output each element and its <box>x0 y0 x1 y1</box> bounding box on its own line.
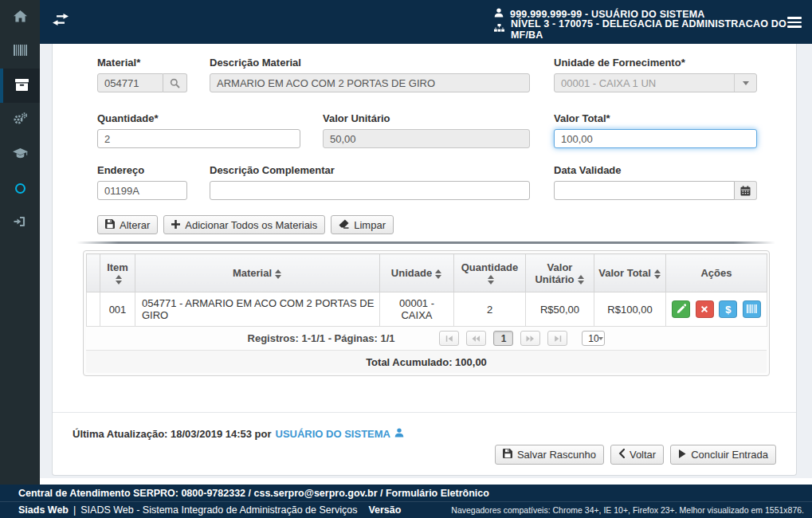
menu-icon[interactable] <box>787 17 802 30</box>
valor-unitario-input <box>323 129 530 148</box>
row-actions-cell: $ <box>666 292 767 327</box>
sort-icon <box>488 275 495 285</box>
swap-arrows-icon[interactable] <box>53 14 69 28</box>
page-1-button[interactable]: 1 <box>493 331 513 346</box>
row-quantidade-cell: 2 <box>454 292 526 327</box>
sort-icon <box>435 269 442 279</box>
concluir-entrada-button[interactable]: Concluir Entrada <box>670 445 776 465</box>
eraser-icon <box>339 219 349 231</box>
data-validade-label: Data Validade <box>554 164 757 176</box>
data-validade-input[interactable] <box>554 181 735 200</box>
last-update-text: Última Atualização: 18/03/2019 14:53 por <box>73 428 272 440</box>
material-label: Material* <box>97 57 187 69</box>
calendar-icon[interactable] <box>735 181 757 200</box>
barcode-icon <box>747 304 757 316</box>
value-row-button[interactable]: $ <box>719 300 737 318</box>
salvar-rascunho-label: Salvar Rascunho <box>517 449 596 461</box>
archive-box-icon <box>15 79 29 93</box>
header-org-text: NÍVEL 3 - 170075 - DELEGACIA DE ADMINIST… <box>511 18 812 41</box>
user-link[interactable]: USUÁRIO DO SISTEMA <box>276 428 390 440</box>
voltar-button[interactable]: Voltar <box>610 445 664 465</box>
alterar-button-label: Alterar <box>120 219 150 231</box>
descricao-complementar-input[interactable] <box>210 181 530 200</box>
home-icon <box>14 10 27 25</box>
rows-per-page-value: 10 <box>588 333 598 344</box>
graduation-cap-icon <box>13 148 28 161</box>
table-header-row: Item Material Unidade Quantidade Valor U… <box>87 254 767 292</box>
voltar-label: Voltar <box>630 449 656 461</box>
sidebar-item-warehouse[interactable] <box>0 69 40 103</box>
alterar-button[interactable]: Alterar <box>97 215 158 234</box>
materials-datatable: Item Material Unidade Quantidade Valor U… <box>83 250 770 376</box>
header-user-block: 999.999.999-99 - USUÁRIO DO SISTEMA NÍVE… <box>494 6 812 37</box>
valor-total-column-header[interactable]: Valor Total <box>594 254 666 292</box>
table-row: 001 054771 - ARMARIO EM ACO COM 2 PORTAS… <box>87 292 767 327</box>
descricao-material-field-group: Descrição Material <box>210 57 530 92</box>
browser-compat-text: Navegadores compatíveis: Chrome 34+, IE … <box>451 505 804 515</box>
unidade-field-group: Unidade de Fornecimento* 00001 - CAIXA 1… <box>554 57 757 92</box>
sidebar-item-logout[interactable] <box>0 206 40 240</box>
last-page-button <box>547 331 567 346</box>
endereco-label: Endereço <box>97 164 187 176</box>
item-column-header[interactable]: Item <box>100 254 135 292</box>
chevron-down-icon <box>598 337 603 340</box>
valor-total-label: Valor Total* <box>554 112 757 124</box>
footer-bar: Central de Atendimento SERPRO: 0800-9782… <box>0 485 812 518</box>
paginator: Registros: 1-1/1 - Páginas: 1/1 1 <box>86 327 767 350</box>
paginator-buttons: 1 <box>439 331 567 346</box>
entry-form-panel: Material* Descrição Material Unidade de … <box>52 44 797 476</box>
acoes-column-header: Ações <box>666 254 767 292</box>
valor-total-input[interactable] <box>554 129 757 148</box>
sidebar-item-settings[interactable] <box>0 103 40 137</box>
unidade-select-value: 00001 - CAIXA 1 UN <box>555 77 734 89</box>
barcode-row-button[interactable] <box>743 300 761 318</box>
sidebar-item-barcode[interactable] <box>0 34 40 69</box>
row-valor-total-cell: R$100,00 <box>594 292 666 327</box>
row-item-cell: 001 <box>100 292 135 327</box>
rows-per-page-select[interactable]: 10 <box>582 331 605 346</box>
previous-page-button <box>466 331 486 346</box>
sign-out-icon <box>14 216 26 230</box>
user-icon <box>494 8 504 20</box>
sort-icon <box>275 269 282 279</box>
next-page-button <box>520 331 540 346</box>
descricao-material-label: Descrição Material <box>210 57 530 69</box>
adicionar-todos-button[interactable]: Adicionar Todos os Materiais <box>163 215 325 234</box>
valor-unitario-column-header[interactable]: Valor Unitário <box>526 254 594 292</box>
save-icon <box>105 219 115 231</box>
material-input <box>97 73 163 92</box>
endereco-field-group: Endereço <box>97 164 187 200</box>
total-accumulated: Total Acumulado: 100,00 <box>86 350 767 373</box>
sidebar-item-education[interactable] <box>0 137 40 171</box>
delete-row-button[interactable] <box>696 300 714 318</box>
material-column-header[interactable]: Material <box>135 254 380 292</box>
section-divider <box>76 241 775 244</box>
main-content: Material* Descrição Material Unidade de … <box>40 44 812 485</box>
play-right-icon <box>678 449 686 461</box>
paginator-summary: Registros: 1-1/1 - Páginas: 1/1 <box>248 332 395 344</box>
top-header-bar: 999.999.999-99 - USUÁRIO DO SISTEMA NÍVE… <box>40 0 812 44</box>
support-line: Central de Atendimento SERPRO: 0800-9782… <box>0 485 812 501</box>
sidebar-item-status[interactable] <box>0 171 40 206</box>
chevron-left-icon <box>618 449 625 461</box>
valor-total-field-group: Valor Total* <box>554 112 757 148</box>
quantidade-input[interactable] <box>97 129 300 148</box>
reorder-column-header <box>87 254 100 292</box>
plus-icon <box>171 219 180 231</box>
pencil-icon <box>677 304 686 316</box>
sort-icon <box>578 275 585 285</box>
sidebar-item-home[interactable] <box>0 0 40 34</box>
unidade-column-header[interactable]: Unidade <box>380 254 454 292</box>
salvar-rascunho-button[interactable]: Salvar Rascunho <box>495 445 604 465</box>
header-org-line: NÍVEL 3 - 170075 - DELEGACIA DE ADMINIST… <box>494 22 812 37</box>
endereco-input[interactable] <box>97 181 187 200</box>
first-page-button <box>439 331 459 346</box>
descricao-complementar-label: Descrição Complementar <box>210 164 530 176</box>
concluir-entrada-label: Concluir Entrada <box>691 449 768 461</box>
system-line: Siads Web | SIADS Web - Sistema Integrad… <box>0 501 812 518</box>
limpar-button[interactable]: Limpar <box>331 215 394 234</box>
edit-row-button[interactable] <box>672 300 690 318</box>
sort-icon <box>654 269 661 279</box>
gears-icon <box>13 112 28 128</box>
quantidade-column-header[interactable]: Quantidade <box>454 254 526 292</box>
